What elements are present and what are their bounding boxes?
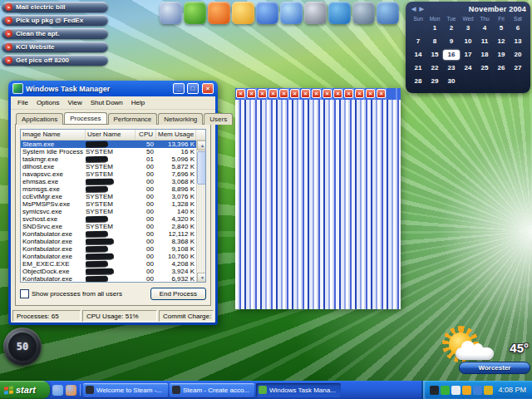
tab-users[interactable]: Users	[204, 113, 233, 125]
glitch-close-icon[interactable]: ×	[268, 89, 278, 98]
calendar-day-cell[interactable]: 23	[443, 63, 460, 73]
end-process-button[interactable]: End Process	[150, 288, 206, 300]
glitch-close-icon[interactable]: ×	[258, 89, 267, 98]
calendar-day-cell[interactable]: 4	[476, 23, 493, 33]
menu-help[interactable]: Help	[127, 98, 149, 107]
checkbox-icon[interactable]	[20, 289, 29, 298]
itunes-icon[interactable]	[280, 2, 303, 24]
firefox-icon[interactable]	[208, 2, 230, 24]
process-row[interactable]: System Idle ProcessSYSTEM5016 K	[21, 148, 196, 155]
calendar-day-cell[interactable]: 9	[443, 37, 460, 47]
calendar-day-cell[interactable]: 19	[493, 50, 510, 60]
calendar-day-cell[interactable]: 10	[460, 37, 476, 47]
clock[interactable]: 4:08 PM	[498, 386, 526, 394]
process-row[interactable]: navapsvc.exeSYSTEM007,696 K	[21, 170, 196, 178]
tab-performance[interactable]: Performance	[108, 113, 158, 125]
cpu-gauge-widget[interactable]: 50	[3, 328, 42, 366]
glitch-close-icon[interactable]: ×	[344, 89, 353, 98]
calendar-day-cell[interactable]: 7	[410, 37, 426, 47]
process-row[interactable]: Konfabulator.exe009,108 K	[21, 245, 196, 253]
calendar-day-cell[interactable]: 16	[443, 50, 460, 60]
internet-explorer-icon[interactable]	[52, 385, 63, 396]
scrollbar-thumb[interactable]	[197, 151, 206, 185]
glitch-close-icon[interactable]: ×	[312, 89, 321, 98]
maximize-button[interactable]: □	[187, 83, 199, 94]
note-close-icon[interactable]: ×	[5, 17, 12, 24]
gears-icon[interactable]	[377, 2, 399, 24]
volume-tray-icon[interactable]	[451, 386, 461, 395]
tab-networking[interactable]: Networking	[158, 113, 203, 125]
process-row[interactable]: ObjectDock.exe003,924 K	[21, 268, 196, 275]
process-row[interactable]: dllhost.exeSYSTEM005,872 K	[21, 163, 196, 170]
todo-note[interactable]: ×Pick up pkg @ FedEx	[2, 15, 108, 26]
process-row[interactable]: SNDSrvc.exeSYSTEM002,840 K	[21, 223, 196, 230]
process-row[interactable]: Konfabulator.exe008,368 K	[21, 238, 196, 245]
process-row[interactable]: symlcsvc.exeSYSTEM00140 K	[21, 208, 196, 215]
process-row[interactable]: MsPMSPSv.exeSYSTEM001,328 K	[21, 200, 196, 208]
calendar-day-cell[interactable]: 3	[460, 23, 476, 33]
my-computer-icon[interactable]	[160, 2, 182, 24]
column-header[interactable]: Mem Usage	[156, 130, 196, 140]
calendar-day-cell[interactable]: 30	[443, 76, 460, 86]
todo-note[interactable]: ×Get pics off 8200	[2, 55, 108, 66]
scrollbar-track[interactable]	[197, 150, 206, 273]
process-row[interactable]: taskmgr.exe015,096 K	[21, 155, 196, 163]
calendar-day-cell[interactable]: 1	[426, 23, 443, 33]
calendar-day-cell[interactable]: 22	[426, 63, 443, 73]
process-row[interactable]: svchost.exe004,320 K	[21, 215, 196, 223]
calendar-day-cell[interactable]: 14	[410, 50, 426, 60]
process-row[interactable]: Konfabulator.exe0012,112 K	[21, 230, 196, 238]
earth-icon[interactable]	[328, 2, 351, 24]
calendar-day-cell[interactable]: 12	[493, 37, 510, 47]
tab-applications[interactable]: Applications	[16, 113, 63, 125]
process-row[interactable]: Steam.exe5013,396 K	[21, 140, 196, 148]
calendar-day-cell[interactable]: 29	[426, 76, 443, 86]
column-header[interactable]: CPU	[135, 130, 156, 140]
scrollbar[interactable]: ▲ ▼	[196, 140, 206, 283]
glitch-close-icon[interactable]: ×	[333, 89, 342, 98]
column-header[interactable]: User Name	[86, 130, 135, 140]
process-row[interactable]: ehmsas.exe003,068 K	[21, 178, 196, 185]
calendar-day-cell[interactable]: 13	[510, 37, 526, 47]
column-header[interactable]: Image Name	[21, 130, 86, 140]
glitch-close-icon[interactable]: ×	[355, 89, 364, 98]
todo-note[interactable]: ×Clean the apt.	[2, 28, 108, 39]
aim-running-man-icon[interactable]	[232, 2, 254, 24]
todo-note[interactable]: ×KCI Website	[2, 42, 108, 52]
menu-options[interactable]: Options	[32, 98, 64, 107]
menu-shut-down[interactable]: Shut Down	[86, 98, 127, 107]
close-button[interactable]: ×	[202, 83, 214, 94]
calendar-day-cell[interactable]: 6	[510, 23, 526, 33]
glitch-close-icon[interactable]: ×	[377, 89, 386, 98]
calendar-day-cell[interactable]: 20	[510, 50, 526, 60]
process-row[interactable]: ccEvtMgr.exeSYSTEM003,076 K	[21, 193, 196, 200]
process-row[interactable]: EM_EXEC.EXE004,208 K	[21, 260, 196, 268]
calendar-day-cell[interactable]: 11	[476, 37, 493, 47]
calendar-next-icon[interactable]: ▶	[417, 6, 425, 12]
antivirus-tray-icon[interactable]	[484, 386, 493, 395]
steam-tray-icon[interactable]	[430, 386, 439, 395]
steam-icon[interactable]	[304, 2, 327, 24]
tab-processes[interactable]: Processes	[64, 112, 106, 124]
database-icon[interactable]	[352, 2, 375, 24]
menu-view[interactable]: View	[63, 98, 86, 107]
scroll-down-icon[interactable]: ▼	[197, 273, 206, 283]
note-close-icon[interactable]: ×	[5, 30, 12, 37]
calendar-day-cell[interactable]: 26	[493, 63, 510, 73]
messenger-tray-icon[interactable]	[441, 386, 450, 395]
taskbar-button[interactable]: Windows Task Mana...	[256, 383, 341, 397]
glitch-close-icon[interactable]: ×	[247, 89, 256, 98]
calendar-day-cell[interactable]: 15	[426, 50, 443, 60]
process-row[interactable]: Konfabulator.exe006,932 K	[21, 275, 196, 283]
process-row[interactable]: msmsgs.exe008,896 K	[21, 185, 196, 193]
calendar-day-cell[interactable]: 5	[493, 23, 510, 33]
calendar-day-cell[interactable]: 25	[476, 63, 493, 73]
start-button[interactable]: start	[0, 381, 50, 399]
note-close-icon[interactable]: ×	[5, 3, 12, 11]
glitch-close-icon[interactable]: ×	[279, 89, 288, 98]
menu-file[interactable]: File	[13, 98, 32, 107]
minimize-button[interactable]: _	[173, 83, 185, 94]
taskbar-button[interactable]: Welcome to Steam -...	[83, 383, 168, 397]
process-row[interactable]: Konfabulator.exe0010,760 K	[21, 253, 196, 260]
glitch-close-icon[interactable]: ×	[236, 89, 245, 98]
